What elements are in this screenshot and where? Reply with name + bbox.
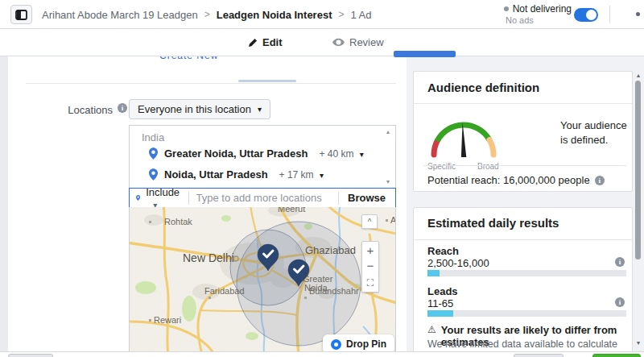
breadcrumb-adset[interactable]: Leadgen Noida Interest [217, 9, 332, 21]
location-country: India [142, 131, 164, 143]
leads-bar-fill [427, 310, 453, 317]
status-sub-label: No ads [483, 15, 572, 25]
sidebar-toggle-icon [15, 10, 27, 20]
map-label-rohtak: Rohtak [164, 217, 192, 226]
breadcrumb-campaign[interactable]: Arihant Abode March 19 Leadgen [42, 9, 198, 21]
map-label-faridabad: Faridabad [204, 286, 245, 296]
clipped-header-icon[interactable] [636, 12, 640, 16]
toggle-knob [586, 10, 597, 20]
results-card-title: Estimated daily results [427, 216, 559, 230]
map-canvas: Meerut Rohtak New Delhi Ghaziabad Greate… [130, 207, 396, 352]
caret-down-icon: ▾ [258, 105, 262, 114]
map-collapse-button[interactable]: ^ [361, 214, 378, 229]
location-map[interactable]: Meerut Rohtak New Delhi Ghaziabad Greate… [129, 207, 396, 352]
chevron-right-icon: > [198, 9, 217, 20]
map-zoom-in-button[interactable]: + [361, 241, 379, 259]
map-label-bulandshahr: Bulandshahr [309, 286, 359, 296]
map-zoom-out-button[interactable]: − [361, 258, 379, 276]
map-recenter-button[interactable]: ⛶ [361, 275, 379, 293]
reach-bar-fill [427, 270, 440, 276]
location-pin-icon [136, 192, 140, 204]
drop-pin-icon [331, 339, 341, 350]
map-label-new-delhi: New Delhi [183, 251, 234, 264]
leads-value: 11-65 [427, 297, 453, 309]
map-label-ghaziabad: Ghaziabad [305, 244, 356, 256]
footer-publish-button-clipped[interactable] [592, 354, 641, 357]
scrollbar-thumb[interactable] [635, 81, 641, 259]
audience-card-title: Audience definition [427, 81, 539, 94]
section-divider [26, 83, 396, 84]
radius-dropdown[interactable]: + 40 km ▾ [319, 148, 363, 160]
gauge-label-specific: Specific [427, 162, 456, 171]
potential-reach-text: Potential reach: 16,000,000 people [427, 173, 590, 188]
locations-info-icon[interactable]: i [118, 103, 127, 113]
leads-bar [427, 310, 626, 317]
gauge-divider [423, 165, 626, 166]
header-divider [609, 6, 610, 23]
audience-message: Your audience is defined. [560, 118, 628, 147]
ads-manager-window: Arihant Abode March 19 Leadgen > Leadgen… [0, 0, 644, 357]
tab-bar: Edit Review [0, 29, 644, 56]
caret-down-icon: ▾ [360, 150, 364, 159]
audience-gauge [423, 110, 504, 160]
leads-info-icon[interactable]: i [615, 297, 625, 307]
tab-edit[interactable]: Edit [248, 36, 283, 48]
reach-value: 2,500-16,000 [427, 257, 489, 269]
status-label: Not delivering [513, 3, 572, 15]
top-bar: Arihant Abode March 19 Leadgen > Leadgen… [0, 0, 644, 29]
audience-type-dropdown[interactable]: Everyone in this location ▾ [129, 99, 270, 119]
location-name: Greater Noida, Uttar Pradesh [164, 147, 308, 160]
footer-close-button-clipped[interactable] [8, 354, 53, 357]
location-name: Noida, Uttar Pradesh [164, 168, 268, 181]
gauge-label-broad: Broad [477, 162, 499, 171]
add-location-row: Include ▾ Browse [129, 188, 396, 208]
audience-type-value: Everyone in this location [138, 103, 251, 115]
active-tab-underline [238, 80, 296, 82]
drop-pin-label: Drop Pin [346, 338, 386, 350]
sidebar-scrollbar[interactable]: ▲ ▼ [634, 71, 642, 349]
ad-active-toggle[interactable] [574, 8, 598, 22]
location-list: India Greater Noida, Uttar Pradesh + 40 … [129, 125, 396, 189]
location-search-input[interactable] [196, 192, 338, 204]
map-label-meerut: Meerut [278, 207, 305, 214]
collapse-sidebar-button[interactable] [10, 5, 32, 24]
browse-button[interactable]: Browse [338, 192, 395, 204]
pencil-icon [248, 38, 258, 48]
reach-info-icon[interactable]: i [615, 257, 625, 267]
clipped-create-new-link[interactable]: Create New [159, 56, 256, 62]
location-pin-icon [149, 147, 158, 160]
location-item: Greater Noida, Uttar Pradesh + 40 km ▾ [149, 147, 364, 160]
reach-label: Reach [427, 245, 459, 257]
caret-down-icon: ▾ [320, 171, 324, 180]
clipped-blue-button[interactable] [394, 51, 456, 57]
footer-secondary-button-clipped[interactable] [514, 354, 564, 357]
reach-bar [427, 270, 626, 276]
status-dot-icon [504, 6, 509, 11]
tab-review[interactable]: Review [332, 36, 384, 48]
breadcrumb: Arihant Abode March 19 Leadgen > Leadgen… [42, 0, 372, 29]
eye-icon [332, 38, 345, 47]
potential-reach-info-icon[interactable]: i [595, 176, 605, 185]
breadcrumb-ad[interactable]: 1 Ad [350, 9, 371, 21]
footer-bar [0, 351, 644, 357]
map-label-amroha-clipped: Am [390, 215, 396, 225]
scrollbar-up-icon[interactable]: ▲ [634, 73, 642, 78]
audience-definition-card: Audience definition Specific Broad Your … [413, 71, 633, 192]
tab-edit-label: Edit [262, 36, 283, 48]
include-dropdown[interactable]: Include ▾ [146, 186, 180, 210]
warning-icon: ⚠ [427, 324, 436, 335]
radius-dropdown[interactable]: + 17 km ▾ [279, 169, 324, 181]
location-pin-icon [149, 168, 158, 181]
scrollbar-down-icon[interactable]: ▼ [634, 340, 642, 346]
location-item: Noida, Uttar Pradesh + 17 km ▾ [149, 168, 324, 181]
estimated-results-card: Estimated daily results Reach 2,500-16,0… [413, 207, 633, 357]
list-scroll-down-icon[interactable]: ▼ [384, 179, 392, 185]
card-divider [414, 103, 632, 104]
locations-label: Locations [32, 104, 113, 116]
chevron-right-icon: > [332, 9, 350, 20]
left-gutter [0, 56, 8, 351]
list-scroll-up-icon[interactable]: ▲ [384, 129, 392, 135]
potential-reach-row: Potential reach: 16,000,000 people i [427, 173, 605, 188]
drop-pin-button[interactable]: Drop Pin [323, 334, 394, 352]
tab-review-label: Review [349, 36, 384, 48]
